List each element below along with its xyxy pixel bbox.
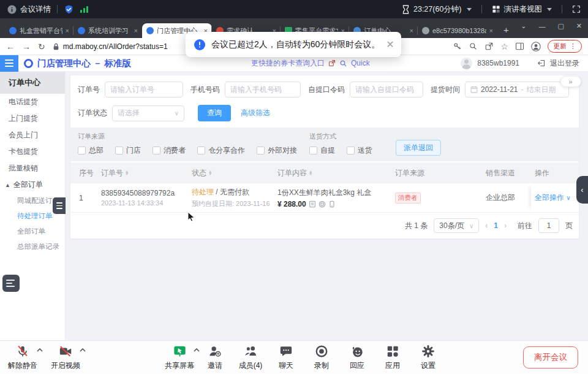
prev-page-button[interactable]: ‹ [485, 221, 488, 230]
logout-label[interactable]: 退出登录 [550, 58, 579, 69]
profile-avatar-icon[interactable] [531, 42, 541, 52]
browser-tab[interactable]: 礼盒营销平台管理中心× [5, 23, 74, 38]
record-button[interactable]: 录制 [304, 345, 339, 371]
sidebar-item-hq-dispatch-log[interactable]: 总部派单记录 [0, 239, 65, 254]
view-mode-label[interactable]: 演讲者视图 [504, 4, 543, 15]
checkbox-warehouse-share[interactable]: 仓分享合作 [197, 145, 245, 156]
table-row[interactable]: 1 83859345088979792a 2023-11-13 14:33:34… [70, 183, 579, 213]
checkbox-delivery[interactable]: 送货 [347, 145, 372, 156]
tab-close-icon[interactable]: × [489, 27, 493, 34]
sidebar-item-member-visit[interactable]: 会员上门 [0, 127, 65, 143]
next-page-button[interactable]: › [504, 221, 507, 230]
page-size-select[interactable]: 30条/页∨ [434, 218, 479, 233]
checkbox-icon[interactable] [115, 147, 123, 155]
date-end-placeholder[interactable]: 结束日期 [527, 85, 556, 95]
settings-button[interactable]: 设置 [410, 345, 446, 371]
forward-icon[interactable]: → [22, 42, 31, 52]
sidebar-item-batch-verify[interactable]: 批量核销 [0, 160, 65, 177]
chrome-update-button[interactable]: 更新 ⋮ [548, 40, 582, 53]
kebab-menu-icon[interactable]: ⋮ [570, 42, 576, 50]
video-options-caret[interactable] [80, 348, 86, 352]
share-icon[interactable] [484, 42, 494, 51]
tab-close-icon[interactable]: × [134, 27, 138, 34]
checkbox-icon[interactable] [153, 147, 160, 155]
sidebar-group-all-orders[interactable]: ▲ 全部订单 [0, 177, 65, 193]
quick-link-text[interactable]: 更快捷的券卡查询入口 [251, 58, 325, 69]
quick-label[interactable]: Quick [351, 59, 370, 67]
members-button[interactable]: 成员(4) [233, 345, 268, 371]
floating-list-widget[interactable] [2, 275, 20, 292]
menu-hamburger-button[interactable] [0, 55, 18, 72]
chat-button[interactable]: 聊天 [268, 345, 304, 371]
phone-icon[interactable] [328, 200, 336, 208]
right-panel-handle[interactable]: ‹ [576, 176, 588, 204]
user-avatar[interactable] [461, 58, 472, 69]
checkbox-hq[interactable]: 总部 [78, 145, 104, 156]
invite-button[interactable]: 邀请 [197, 345, 233, 371]
sidebar-item-all-orders[interactable]: 全部订单 [0, 224, 65, 239]
tab-close-icon[interactable]: × [410, 27, 413, 34]
sidebar-item-phone-pickup[interactable]: 电话提货 [0, 94, 65, 110]
pickup-code-input[interactable] [350, 82, 423, 97]
start-video-button[interactable]: 开启视频 [48, 345, 83, 371]
order-status-select[interactable]: 请选择 ∨ [112, 105, 184, 121]
sort-icon[interactable]: ▲▼ [309, 170, 312, 175]
checkbox-consumer[interactable]: 消费者 [153, 145, 186, 156]
leave-meeting-button[interactable]: 离开会议 [523, 346, 578, 368]
col-content[interactable]: 订单内容▲▼ [274, 168, 391, 178]
meeting-details[interactable]: 会议详情 [7, 4, 51, 15]
checkbox-store[interactable]: 门店 [115, 145, 141, 156]
goto-page-input[interactable] [538, 218, 559, 233]
checkbox-icon[interactable] [78, 147, 86, 155]
new-tab-button[interactable]: + [503, 25, 509, 35]
share-screen-button[interactable]: 共享屏幕 [162, 345, 197, 371]
side-panel-icon[interactable] [515, 42, 524, 51]
tab-close-icon[interactable]: × [66, 27, 69, 34]
date-range-input[interactable]: 2022-11-21 - 结束日期 [465, 82, 569, 97]
window-close-button[interactable]: ✕ [576, 22, 582, 30]
order-no-input[interactable] [105, 82, 183, 97]
toast-close-icon[interactable]: ✕ [386, 39, 394, 50]
sort-icon[interactable]: ▲▼ [125, 170, 129, 175]
apps-button[interactable]: 应用 [375, 345, 410, 371]
browser-tab[interactable]: 系统培训学习× [74, 23, 142, 38]
sort-icon[interactable]: ▲▼ [208, 170, 212, 175]
checkbox-icon[interactable] [197, 147, 205, 155]
tab-search-caret[interactable]: ⌄ [521, 22, 526, 30]
collapse-panel-button[interactable]: » [560, 76, 581, 87]
zoom-icon[interactable] [469, 42, 478, 51]
checkbox-icon[interactable] [309, 147, 317, 155]
dispatch-return-button[interactable]: 派单退回 [396, 140, 441, 156]
view-dropdown-caret[interactable] [547, 8, 552, 11]
shield-check-icon[interactable] [64, 4, 74, 15]
timer-dropdown-caret[interactable] [467, 8, 472, 11]
reactions-button[interactable]: 回应 [339, 345, 375, 371]
search-button[interactable]: 查询 [198, 105, 231, 121]
window-maximize-button[interactable]: ▢ [557, 22, 564, 30]
unmute-button[interactable]: 解除静音 [5, 345, 40, 371]
back-icon[interactable]: ← [6, 42, 15, 52]
bookmark-star-icon[interactable]: ☆ [500, 42, 508, 52]
quick-links[interactable]: 更快捷的券卡查询入口 Quick [251, 58, 370, 69]
col-status[interactable]: 状态▲▼ [188, 168, 274, 178]
current-page[interactable]: 1 [494, 221, 498, 230]
fullscreen-icon[interactable] [572, 5, 581, 13]
sidebar-item-card-pickup[interactable]: 卡包提货 [0, 143, 65, 160]
checkbox-external[interactable]: 外部对接 [257, 145, 297, 156]
browser-tab[interactable]: e8c573980b1328a258fd2e618× [418, 23, 497, 38]
drawer-handle[interactable] [53, 197, 66, 214]
date-start-value[interactable]: 2022-11-21 [481, 85, 518, 94]
password-key-icon[interactable] [453, 42, 462, 51]
receipt-icon[interactable] [309, 200, 316, 208]
gift-icon[interactable] [318, 200, 326, 208]
col-order-no[interactable]: 订单号▲▼ [97, 168, 188, 178]
network-signal-icon[interactable] [80, 6, 88, 13]
checkbox-icon[interactable] [347, 147, 355, 155]
reload-icon[interactable]: ↻ [38, 42, 45, 52]
window-minimize-button[interactable]: — [538, 23, 545, 30]
checkbox-self-pickup[interactable]: 自提 [309, 145, 335, 156]
checkbox-icon[interactable] [257, 147, 265, 155]
all-actions-dropdown[interactable]: 全部操作 ∨ [535, 193, 571, 203]
phone-input[interactable] [225, 82, 301, 97]
sidebar-item-door-pickup[interactable]: 上门提货 [0, 110, 65, 127]
